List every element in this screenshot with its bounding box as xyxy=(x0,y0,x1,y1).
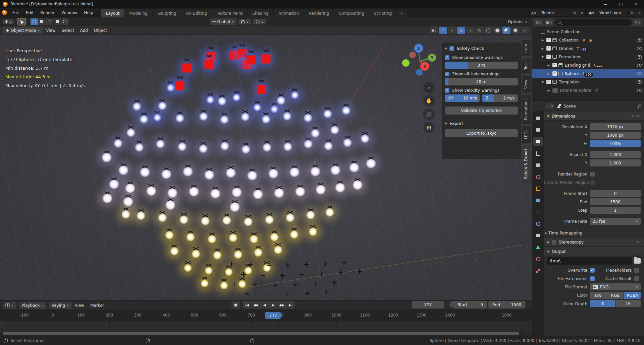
zoom-button[interactable]: ⌕ xyxy=(423,82,435,93)
expand-arrow-icon[interactable]: ▶ xyxy=(540,39,545,42)
hide-in-viewport-toggle[interactable] xyxy=(637,47,642,50)
playhead-line[interactable] xyxy=(273,319,273,331)
expand-arrow-icon[interactable]: ▶ xyxy=(546,64,551,67)
gizmo-axis-neg[interactable] xyxy=(402,59,410,67)
frame-start-field-timeline[interactable]: Start0 xyxy=(453,301,487,308)
outliner-row-landing-grid[interactable]: ▶Landing gridY+99 xyxy=(532,61,644,69)
jump-to-end-button[interactable]: ▶| xyxy=(286,301,295,308)
gizmo-axis-X[interactable]: X xyxy=(420,62,429,71)
menu-edit[interactable]: Edit xyxy=(22,9,37,16)
safety-check-header[interactable]: ▼ Safety Check ∷∷ xyxy=(445,45,518,53)
collection-checkbox[interactable] xyxy=(552,63,557,67)
time-remapping-row[interactable]: ▶Time Remapping xyxy=(544,229,644,237)
outliner-row-templates[interactable]: ▼Templates xyxy=(532,78,644,86)
outliner-item-label[interactable]: Collection xyxy=(559,38,579,43)
menu-window[interactable]: Window xyxy=(58,9,80,16)
timeline-menu-marker[interactable]: Marker xyxy=(87,302,107,309)
timeline-scrollbar[interactable] xyxy=(2,332,525,335)
move-view-button[interactable]: ✋ xyxy=(423,95,435,107)
viewport-menu-select[interactable]: Select xyxy=(59,27,77,34)
expand-arrow-icon[interactable]: ▶ xyxy=(546,89,551,92)
render-region-checkbox[interactable] xyxy=(590,172,595,177)
gizmo-axis-neg[interactable] xyxy=(416,69,423,76)
collapse-arrow-icon[interactable]: ▼ xyxy=(445,122,447,125)
collection-checkbox[interactable] xyxy=(552,71,557,76)
sidebar-tab-view[interactable]: View xyxy=(522,76,531,92)
view-layer-browse-icon[interactable]: ▣∨ xyxy=(587,11,596,15)
select-mode-box[interactable] xyxy=(31,18,38,25)
toolbar-expand-chevron[interactable]: 〉 xyxy=(1,75,5,81)
frame-end-field[interactable]: 1500 xyxy=(590,198,641,205)
workspace-tab-uv-editing[interactable]: UV Editing xyxy=(181,9,212,17)
shading-solid-button[interactable] xyxy=(493,27,501,34)
hide-in-viewport-toggle[interactable] xyxy=(637,80,642,84)
outliner-item-label[interactable]: Sphere xyxy=(565,71,579,76)
show-overlays-toggle[interactable]: ◎ xyxy=(457,27,465,34)
placeholders-checkbox[interactable] xyxy=(634,268,639,273)
perspective-toggle-button[interactable]: ⊞ xyxy=(423,122,435,133)
stereoscopy-checkbox[interactable] xyxy=(552,240,556,245)
sidebar-tab-item[interactable]: Item xyxy=(522,40,531,56)
display-mode-dropdown[interactable]: ▣∨ xyxy=(545,19,553,26)
resolution-x-field[interactable]: 1920 px xyxy=(590,123,641,130)
view-layer-name[interactable]: View Layer xyxy=(596,10,628,15)
properties-tab-object[interactable] xyxy=(533,184,543,193)
workspace-tab-texture-paint[interactable]: Texture Paint xyxy=(212,9,248,17)
properties-tab-modifiers[interactable] xyxy=(533,196,543,205)
auto-keying-button[interactable]: ● xyxy=(231,301,240,308)
properties-tab-particles[interactable] xyxy=(533,208,543,216)
scene-name[interactable]: Scene xyxy=(538,10,571,15)
shading-rendered-button[interactable] xyxy=(512,27,520,34)
menu-render[interactable]: Render xyxy=(37,9,58,16)
properties-editor-type-dropdown[interactable]: ☰∨ xyxy=(546,103,554,109)
proportional-editing-toggle[interactable]: ∨ xyxy=(253,19,266,24)
outliner-item-label[interactable]: Drone template xyxy=(560,88,591,93)
depth-option-16[interactable]: 16 xyxy=(615,300,641,307)
minimize-button[interactable]: — xyxy=(598,0,613,8)
collection-checkbox[interactable] xyxy=(546,55,551,59)
playhead-badge[interactable]: 777 xyxy=(265,312,281,319)
file-extensions-checkbox[interactable] xyxy=(590,276,595,281)
current-frame-field[interactable]: 777 xyxy=(412,301,444,308)
jump-to-start-button[interactable]: |◀ xyxy=(243,301,251,308)
output-section-header[interactable]: ▼Output ∷∷ xyxy=(544,247,644,256)
crop-region-checkbox[interactable] xyxy=(590,180,595,185)
expand-arrow-icon[interactable]: ▼ xyxy=(540,80,545,84)
altitude-checkbox[interactable] xyxy=(445,72,449,76)
proximity-slider[interactable]: 3 m xyxy=(445,62,518,69)
maximize-button[interactable]: □ xyxy=(613,0,629,8)
outliner-item-label[interactable]: Scene Collection xyxy=(547,29,581,34)
select-mode-extend[interactable] xyxy=(38,18,46,25)
workspace-tab-layout[interactable]: Layout xyxy=(101,9,125,17)
select-mode-subtract[interactable] xyxy=(46,18,53,25)
scene-browse-icon[interactable]: ◬∨ xyxy=(530,11,538,15)
options-dropdown[interactable]: Options∨ xyxy=(508,19,527,24)
hide-in-viewport-toggle[interactable] xyxy=(637,89,642,92)
play-reverse-button[interactable]: ◀ xyxy=(260,301,269,308)
outliner-row-formations[interactable]: ▼Formations xyxy=(532,53,644,61)
properties-tab-tool[interactable] xyxy=(533,114,543,123)
view-layer-copy-button[interactable]: ⧉ xyxy=(628,11,636,15)
output-path-field[interactable]: /tmp\ xyxy=(547,257,632,265)
collection-checkbox[interactable] xyxy=(546,38,551,42)
breadcrumb-scene[interactable]: Scene xyxy=(564,104,576,109)
expand-arrow-icon[interactable]: ▶ xyxy=(546,72,551,75)
camera-view-button[interactable]: 🎥 xyxy=(423,109,435,120)
velocity-xy-slider[interactable]: XY10 m/s xyxy=(445,94,480,102)
properties-tab-material[interactable] xyxy=(533,255,543,263)
hide-in-viewport-toggle[interactable] xyxy=(637,64,642,67)
select-tool-button[interactable] xyxy=(17,18,26,25)
outliner-item-label[interactable]: Templates xyxy=(559,80,579,84)
pin-icon[interactable] xyxy=(637,104,641,108)
scene-unlink-button[interactable]: ✕ xyxy=(578,11,585,15)
hide-in-viewport-toggle[interactable] xyxy=(637,55,642,59)
overlays-dropdown[interactable]: ∨ xyxy=(466,27,474,34)
proximity-checkbox[interactable] xyxy=(445,55,449,60)
frame-step-field[interactable]: 1 xyxy=(590,207,641,214)
panel-grip-icon[interactable]: ∷∷ xyxy=(513,47,518,50)
next-keyframe-button[interactable]: ◆▶ xyxy=(278,301,286,308)
panel-grip-icon[interactable]: ∷∷ xyxy=(513,122,518,125)
workspace-tab-modeling[interactable]: Modeling xyxy=(125,9,153,17)
altitude-slider[interactable]: 40 m xyxy=(445,78,518,85)
folder-icon[interactable] xyxy=(634,258,641,264)
